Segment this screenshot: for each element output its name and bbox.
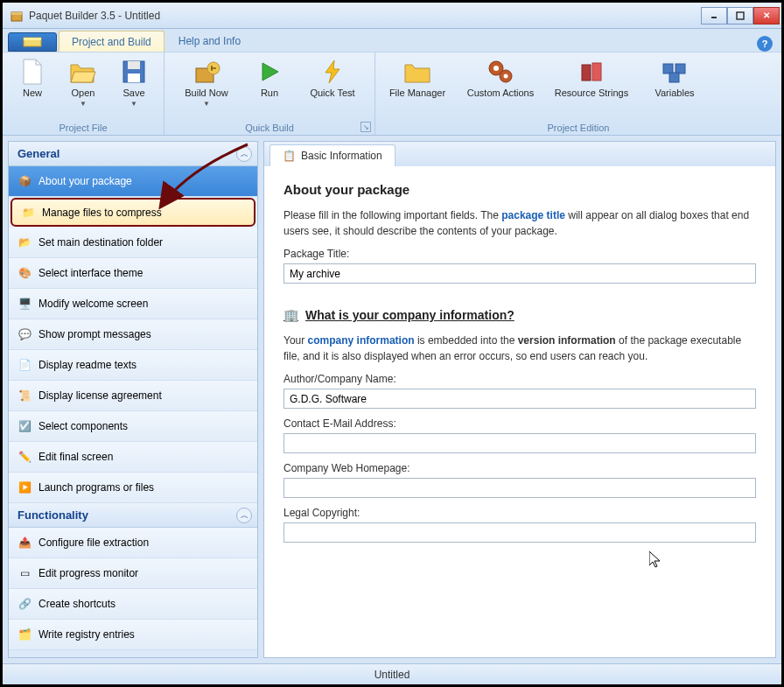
homepage-label: Company Web Homepage: — [284, 462, 756, 474]
titlebar: Paquet Builder 3.5 - Untitled ✕ — [3, 3, 781, 29]
nav-welcome-screen[interactable]: 🖥️Modify welcome screen — [9, 289, 257, 319]
nav-interface-theme[interactable]: 🎨Select interface theme — [9, 258, 257, 289]
svg-rect-15 — [582, 65, 591, 81]
nav-launch-programs[interactable]: ▶️Launch programs or files — [9, 473, 257, 503]
license-icon: 📜 — [18, 389, 32, 403]
content-body: About your package Please fill in the fo… — [264, 166, 775, 657]
custom-actions-button[interactable]: Custom Actions — [458, 56, 543, 98]
tab-basic-information[interactable]: 📋 Basic Information — [270, 144, 396, 166]
nav-panel: General ︿ 📦About your package 📁Manage fi… — [8, 141, 258, 658]
building-icon: 🏢 — [284, 308, 298, 322]
nav-header-general[interactable]: General ︿ — [9, 142, 257, 166]
tab-project-build[interactable]: Project and Build — [59, 31, 164, 52]
nav-registry-entries[interactable]: 🗂️Write registry entries — [9, 620, 257, 650]
edit-icon: ✏️ — [18, 450, 32, 464]
ribbon-group-project-file: New Open ▼ Save ▼ Project File — [3, 53, 164, 135]
new-button[interactable]: New — [10, 56, 55, 98]
copyright-input[interactable] — [284, 522, 756, 543]
folder-icon — [403, 58, 431, 86]
nav-prompt-messages[interactable]: 💬Show prompt messages — [9, 319, 257, 350]
shortcut-icon: 🔗 — [18, 597, 32, 611]
folder-icon: 📂 — [18, 235, 32, 249]
minimize-button[interactable] — [701, 7, 727, 25]
email-input[interactable] — [284, 433, 756, 453]
svg-point-12 — [494, 66, 499, 71]
maximize-button[interactable] — [727, 7, 753, 25]
open-button[interactable]: Open ▼ — [60, 56, 106, 108]
email-label: Contact E-Mail Address: — [284, 417, 756, 430]
build-now-button[interactable]: Build Now ▼ — [172, 56, 242, 108]
screen-icon: 🖥️ — [18, 297, 32, 311]
components-icon: ☑️ — [18, 419, 32, 433]
nav-destination-folder[interactable]: 📂Set main destination folder — [9, 228, 257, 258]
author-input[interactable] — [284, 389, 756, 409]
progress-icon: ▭ — [18, 566, 32, 580]
nav-readme-texts[interactable]: 📄Display readme texts — [9, 350, 257, 381]
new-file-icon — [18, 58, 46, 86]
launch-icon: ▶️ — [18, 480, 32, 494]
resource-strings-button[interactable]: Resource Strings — [549, 56, 634, 98]
help-icon[interactable]: ? — [757, 36, 773, 52]
close-button[interactable]: ✕ — [753, 7, 780, 25]
package-title-input[interactable] — [284, 263, 756, 284]
package-title-link[interactable]: package title — [501, 209, 565, 221]
svg-rect-18 — [676, 64, 685, 74]
svg-rect-19 — [669, 73, 679, 82]
nav-create-shortcuts[interactable]: 🔗Create shortcuts — [9, 589, 257, 620]
run-icon — [256, 58, 284, 86]
save-icon — [120, 58, 148, 86]
nav-header-functionality[interactable]: Functionality ︿ — [9, 503, 257, 528]
app-menu-button[interactable] — [8, 32, 57, 52]
company-intro: Your company information is embedded int… — [284, 333, 756, 364]
build-icon — [192, 58, 220, 86]
collapse-icon[interactable]: ︿ — [236, 508, 252, 523]
ribbon-group-quick-build: Build Now ▼ Run Quick Test Quick Build ↘ — [164, 53, 375, 135]
info-icon: 📋 — [283, 150, 296, 162]
variables-button[interactable]: Variables — [640, 56, 710, 98]
nav-manage-files[interactable]: 📁Manage files to compress — [10, 198, 256, 227]
theme-icon: 🎨 — [18, 266, 32, 280]
nav-select-components[interactable]: ☑️Select components — [9, 411, 257, 442]
open-folder-icon — [69, 58, 97, 86]
dropdown-arrow-icon: ▼ — [130, 100, 137, 108]
nav-about-package[interactable]: 📦About your package — [9, 166, 257, 197]
dropdown-arrow-icon: ▼ — [80, 100, 87, 108]
ribbon-tab-strip: Project and Build Help and Info ? — [3, 29, 781, 52]
app-icon — [10, 9, 24, 23]
collapse-icon[interactable]: ︿ — [236, 146, 252, 162]
svg-rect-7 — [128, 61, 140, 69]
nav-final-screen[interactable]: ✏️Edit final screen — [9, 442, 257, 473]
nav-license-agreement[interactable]: 📜Display license agreement — [9, 381, 257, 411]
status-text: Untitled — [374, 669, 410, 681]
svg-rect-5 — [24, 38, 41, 40]
resource-icon — [578, 58, 606, 86]
message-icon: 💬 — [18, 327, 32, 341]
statusbar: Untitled — [3, 663, 781, 684]
dropdown-arrow-icon: ▼ — [203, 100, 210, 108]
package-title-label: Package Title: — [284, 248, 756, 260]
tab-help-info[interactable]: Help and Info — [166, 31, 253, 52]
svg-rect-8 — [128, 74, 140, 82]
homepage-input[interactable] — [284, 478, 756, 498]
svg-rect-16 — [592, 63, 601, 81]
run-button[interactable]: Run — [247, 56, 292, 98]
nav-file-extraction[interactable]: 📤Configure file extraction — [9, 528, 257, 558]
text-icon: 📄 — [18, 358, 32, 372]
files-icon: 📁 — [21, 206, 35, 220]
nav-progress-monitor[interactable]: ▭Edit progress monitor — [9, 558, 257, 589]
ribbon: New Open ▼ Save ▼ Project File Build Now… — [3, 52, 781, 136]
file-manager-button[interactable]: File Manager — [382, 56, 452, 98]
lightning-icon — [318, 58, 346, 86]
author-label: Author/Company Name: — [284, 373, 756, 385]
company-info-link[interactable]: company information — [308, 334, 415, 347]
variables-icon — [661, 58, 689, 86]
svg-rect-1 — [11, 12, 22, 15]
gears-icon — [486, 58, 514, 86]
content-panel: 📋 Basic Information About your package P… — [263, 141, 776, 658]
quick-test-button[interactable]: Quick Test — [298, 56, 368, 98]
nav-list-general: 📦About your package 📁Manage files to com… — [9, 166, 257, 503]
group-launcher[interactable]: ↘ — [360, 122, 371, 132]
svg-rect-3 — [737, 12, 744, 19]
save-button[interactable]: Save ▼ — [111, 56, 157, 108]
ribbon-group-project-edition: File Manager Custom Actions Resource Str… — [375, 53, 781, 135]
